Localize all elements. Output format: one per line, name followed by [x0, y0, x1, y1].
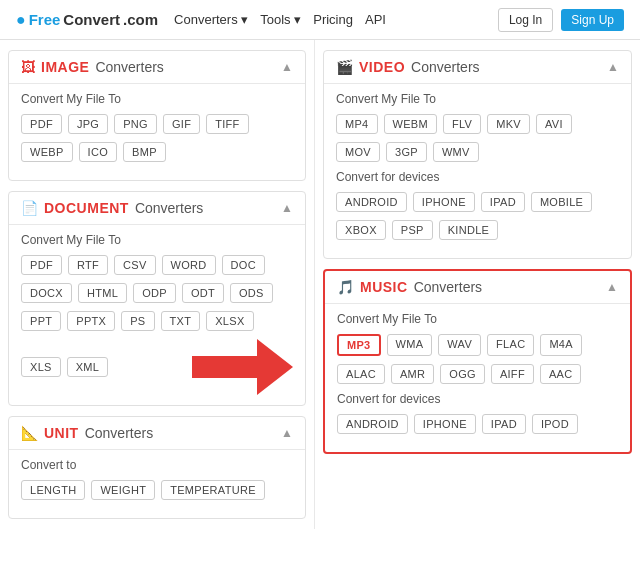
tag-mov[interactable]: MOV [336, 142, 380, 162]
document-section: 📄 DOCUMENT Converters ▲ Convert My File … [8, 191, 306, 406]
unit-section: 📐 UNIT Converters ▲ Convert to LENGTH WE… [8, 416, 306, 519]
nav-converters[interactable]: Converters ▾ [174, 12, 248, 27]
tag-ipad-v[interactable]: IPAD [481, 192, 525, 212]
tag-m4a[interactable]: M4A [540, 334, 582, 356]
tag-rtf[interactable]: RTF [68, 255, 108, 275]
tag-doc-pdf[interactable]: PDF [21, 255, 62, 275]
document-collapse-btn[interactable]: ▲ [281, 201, 293, 215]
document-rest: Converters [135, 200, 203, 216]
tag-webp[interactable]: WEBP [21, 142, 73, 162]
tag-flac[interactable]: FLAC [487, 334, 534, 356]
tag-webm[interactable]: WEBM [384, 114, 437, 134]
tag-pptx[interactable]: PPTX [67, 311, 115, 331]
unit-section-title: 📐 UNIT Converters [21, 425, 153, 441]
tag-wav[interactable]: WAV [438, 334, 481, 356]
navbar-right: Log In Sign Up [498, 8, 624, 32]
tag-bmp[interactable]: BMP [123, 142, 166, 162]
tag-android-v[interactable]: ANDROID [336, 192, 407, 212]
video-sub-label-2: Convert for devices [336, 170, 619, 184]
document-keyword: DOCUMENT [44, 200, 129, 216]
video-section: 🎬 VIDEO Converters ▲ Convert My File To … [323, 50, 632, 259]
video-collapse-btn[interactable]: ▲ [607, 60, 619, 74]
tag-weight[interactable]: WEIGHT [91, 480, 155, 500]
tag-csv[interactable]: CSV [114, 255, 156, 275]
tag-tiff[interactable]: TIFF [206, 114, 248, 134]
image-collapse-btn[interactable]: ▲ [281, 60, 293, 74]
tag-xls[interactable]: XLS [21, 357, 61, 377]
tag-aiff[interactable]: AIFF [491, 364, 534, 384]
unit-collapse-btn[interactable]: ▲ [281, 426, 293, 440]
tag-ico[interactable]: ICO [79, 142, 117, 162]
arrow-head [257, 339, 293, 395]
image-rest: Converters [95, 59, 163, 75]
tag-mp4[interactable]: MP4 [336, 114, 378, 134]
unit-section-header: 📐 UNIT Converters ▲ [9, 417, 305, 450]
tag-wmv[interactable]: WMV [433, 142, 479, 162]
tag-mkv[interactable]: MKV [487, 114, 530, 134]
music-rest: Converters [414, 279, 482, 295]
tag-mp3[interactable]: MP3 [337, 334, 381, 356]
tag-kindle[interactable]: KINDLE [439, 220, 499, 240]
nav-pricing[interactable]: Pricing [313, 12, 353, 27]
tag-aac[interactable]: AAC [540, 364, 582, 384]
tag-png[interactable]: PNG [114, 114, 157, 134]
tag-txt[interactable]: TXT [161, 311, 201, 331]
tag-odp[interactable]: ODP [133, 283, 176, 303]
tag-xml[interactable]: XML [67, 357, 109, 377]
tag-ipad-m[interactable]: IPAD [482, 414, 526, 434]
tag-iphone-m[interactable]: IPHONE [414, 414, 476, 434]
tag-gif[interactable]: GIF [163, 114, 200, 134]
logo[interactable]: ● FreeConvert.com [16, 11, 158, 29]
tag-doc[interactable]: DOC [222, 255, 265, 275]
image-tags-row1: PDF JPG PNG GIF TIFF [21, 114, 293, 134]
music-tags-row1: MP3 WMA WAV FLAC M4A [337, 334, 618, 356]
tag-android-m[interactable]: ANDROID [337, 414, 408, 434]
tag-ods[interactable]: ODS [230, 283, 273, 303]
tag-xlsx[interactable]: XLSX [206, 311, 253, 331]
login-button[interactable]: Log In [498, 8, 553, 32]
tag-mobile-v[interactable]: MOBILE [531, 192, 592, 212]
video-device-row1: ANDROID IPHONE IPAD MOBILE [336, 192, 619, 212]
tag-temperature[interactable]: TEMPERATURE [161, 480, 265, 500]
tag-3gp[interactable]: 3GP [386, 142, 427, 162]
unit-sub-label: Convert to [21, 458, 293, 472]
music-tags-row2: ALAC AMR OGG AIFF AAC [337, 364, 618, 384]
document-section-body: Convert My File To PDF RTF CSV WORD DOC … [9, 225, 305, 405]
tag-docx[interactable]: DOCX [21, 283, 72, 303]
tag-length[interactable]: LENGTH [21, 480, 85, 500]
tag-odt[interactable]: ODT [182, 283, 224, 303]
tag-amr[interactable]: AMR [391, 364, 434, 384]
tag-psp[interactable]: PSP [392, 220, 433, 240]
music-keyword: MUSIC [360, 279, 408, 295]
image-icon: 🖼 [21, 59, 35, 75]
image-section-title: 🖼 IMAGE Converters [21, 59, 164, 75]
video-tags-row2: MOV 3GP WMV [336, 142, 619, 162]
logo-convert: Convert [63, 11, 120, 28]
tag-avi[interactable]: AVI [536, 114, 572, 134]
document-sub-label: Convert My File To [21, 233, 293, 247]
tag-xbox[interactable]: XBOX [336, 220, 386, 240]
image-section: 🖼 IMAGE Converters ▲ Convert My File To … [8, 50, 306, 181]
music-collapse-btn[interactable]: ▲ [606, 280, 618, 294]
tag-ppt[interactable]: PPT [21, 311, 61, 331]
tag-ipod[interactable]: IPOD [532, 414, 578, 434]
right-column: 🎬 VIDEO Converters ▲ Convert My File To … [315, 40, 640, 529]
tag-ps[interactable]: PS [121, 311, 154, 331]
tag-ogg[interactable]: OGG [440, 364, 485, 384]
image-keyword: IMAGE [41, 59, 89, 75]
tag-pdf[interactable]: PDF [21, 114, 62, 134]
video-icon: 🎬 [336, 59, 353, 75]
tag-html[interactable]: HTML [78, 283, 127, 303]
tag-alac[interactable]: ALAC [337, 364, 385, 384]
doc-tags-row4: XLS XML [21, 357, 108, 377]
tag-word[interactable]: WORD [162, 255, 216, 275]
logo-circle-icon: ● [16, 11, 26, 29]
nav-api[interactable]: API [365, 12, 386, 27]
signup-button[interactable]: Sign Up [561, 9, 624, 31]
tag-iphone-v[interactable]: IPHONE [413, 192, 475, 212]
tag-wma[interactable]: WMA [387, 334, 433, 356]
tag-flv[interactable]: FLV [443, 114, 481, 134]
tag-jpg[interactable]: JPG [68, 114, 108, 134]
music-icon: 🎵 [337, 279, 354, 295]
nav-tools[interactable]: Tools ▾ [260, 12, 301, 27]
